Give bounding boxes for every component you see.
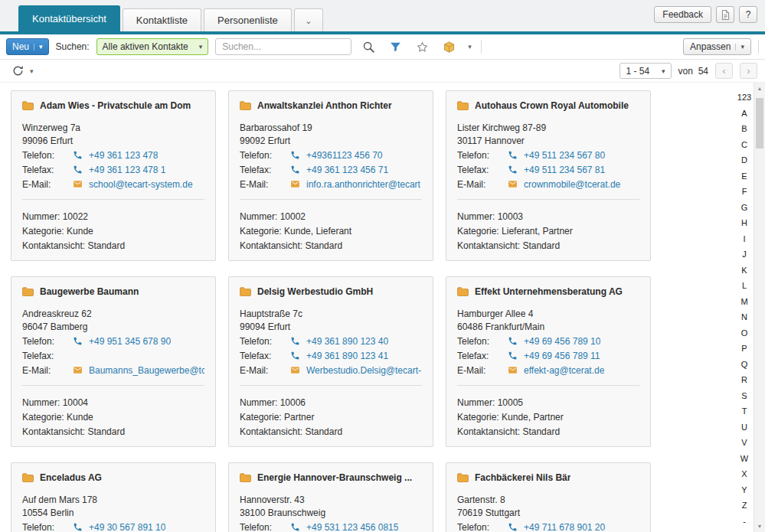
- contact-card[interactable]: Effekt Unternehmensberatung AG Hamburger…: [446, 276, 651, 447]
- fax-link[interactable]: +49 361 123 456 71: [306, 165, 388, 175]
- phone-link[interactable]: +49361123 456 70: [306, 150, 383, 161]
- alpha-index-item[interactable]: H: [741, 219, 747, 227]
- phone-link[interactable]: +49 951 345 678 90: [89, 336, 171, 347]
- card-title-row: Anwaltskanzlei Anthon Richter: [240, 100, 422, 111]
- fax-link[interactable]: +49 361 890 123 41: [306, 351, 388, 361]
- pagination-of-label: von 54: [678, 66, 708, 77]
- alpha-index-item[interactable]: K: [741, 266, 747, 275]
- alpha-index-item[interactable]: P: [741, 344, 747, 353]
- alpha-index-item[interactable]: X: [741, 470, 747, 478]
- contact-card[interactable]: Adam Wies - Privatschule am Dom Winzerwe…: [11, 90, 216, 261]
- feedback-button[interactable]: Feedback: [654, 6, 711, 23]
- alpha-index-item[interactable]: E: [741, 172, 747, 181]
- phone-link[interactable]: +49 361 123 478: [89, 150, 158, 161]
- export-button[interactable]: [439, 38, 459, 56]
- meta-line: Kontaktansicht: Standard: [240, 425, 422, 439]
- address-line: Winzerweg 7a: [22, 122, 204, 135]
- next-page-button[interactable]: ›: [740, 63, 757, 79]
- alpha-index-item[interactable]: O: [741, 329, 748, 338]
- alpha-index-item[interactable]: Z: [742, 501, 747, 510]
- meta-line: Kategorie: Kunde, Lieferant: [240, 224, 422, 239]
- email-link[interactable]: Werbestudio.Delsig@tecart-: [306, 365, 421, 376]
- search-button[interactable]: [358, 38, 378, 56]
- contact-card[interactable]: Energie Hannover-Braunschweig ... Hannov…: [228, 462, 433, 532]
- phone-link[interactable]: +49 711 678 901 20: [524, 522, 605, 532]
- tab-kontaktuebersicht[interactable]: Kontaktübersicht: [18, 5, 120, 31]
- phone-link[interactable]: +49 511 234 567 80: [524, 150, 605, 161]
- search-input[interactable]: [215, 38, 351, 55]
- meta-line: Kategorie: Kunde: [22, 224, 204, 239]
- alpha-index-item[interactable]: C: [741, 141, 747, 149]
- alpha-index-item[interactable]: M: [740, 298, 747, 306]
- page-range-select[interactable]: 1 - 54 ▾: [620, 63, 671, 79]
- meta-line: Kategorie: Kunde, Partner: [457, 410, 639, 425]
- contact-card[interactable]: Fachbäckerei Nils Bär Gartenstr. 8 70619…: [446, 462, 651, 532]
- contact-card[interactable]: Anwaltskanzlei Anthon Richter Barbarossa…: [228, 90, 433, 261]
- alpha-index-item[interactable]: Q: [741, 361, 748, 369]
- phone-link[interactable]: +49 531 123 456 0815: [306, 522, 398, 532]
- email-link[interactable]: info.ra.anthonrichter@tecart: [306, 179, 420, 190]
- alpha-index-item[interactable]: S: [741, 392, 747, 400]
- vertical-scrollbar[interactable]: ▲ ▼: [754, 83, 765, 532]
- scrollbar-thumb[interactable]: [756, 98, 763, 149]
- mail-icon: [290, 179, 306, 189]
- alpha-index-item[interactable]: N: [741, 313, 747, 321]
- alpha-index-item[interactable]: I: [743, 235, 745, 243]
- alpha-index-item[interactable]: L: [742, 282, 747, 290]
- scroll-down-icon[interactable]: ▼: [754, 521, 765, 532]
- field-label: Telefax:: [457, 351, 508, 361]
- fax-link[interactable]: +49 511 234 567 81: [524, 165, 605, 175]
- new-button[interactable]: Neu ▾: [6, 38, 49, 55]
- chevron-down-icon: ▾: [735, 44, 744, 51]
- tab-personenliste[interactable]: Personenliste: [204, 8, 292, 31]
- alpha-index-item[interactable]: B: [741, 125, 747, 133]
- phone-link[interactable]: +49 30 567 891 10: [89, 522, 165, 532]
- scroll-up-icon[interactable]: ▲: [754, 83, 765, 94]
- customize-button[interactable]: Anpassen ▾: [683, 38, 751, 55]
- address-line: Gartenstr. 8: [457, 494, 639, 507]
- contact-card[interactable]: Autohaus Crown Royal Automobile Lister K…: [446, 90, 651, 261]
- alpha-index-item[interactable]: -: [743, 517, 746, 526]
- email-link[interactable]: crownmobile@tcerat.de: [524, 179, 620, 190]
- email-link[interactable]: school@tecart-system.de: [89, 179, 193, 190]
- contact-card[interactable]: Enceladus AG Auf dem Mars 178 10554 Berl…: [11, 462, 216, 532]
- phone-link[interactable]: +49 69 456 789 10: [524, 336, 600, 347]
- card-title-row: Enceladus AG: [22, 472, 204, 483]
- notes-button[interactable]: [716, 6, 734, 23]
- alpha-index-item[interactable]: R: [741, 376, 747, 384]
- fax-link[interactable]: +49 69 456 789 11: [524, 351, 600, 361]
- email-link[interactable]: Baumanns_Baugewerbe@tce: [89, 365, 204, 376]
- contact-card[interactable]: Baugewerbe Baumann Andreaskreuz 62 96047…: [11, 276, 216, 447]
- contact-filter-select[interactable]: Alle aktiven Kontakte ▾: [96, 38, 209, 55]
- tab-kontaktliste[interactable]: Kontaktliste: [123, 8, 201, 31]
- alpha-index-item[interactable]: J: [742, 250, 747, 259]
- alpha-index-item[interactable]: A: [741, 109, 747, 118]
- favorites-button[interactable]: [412, 38, 432, 56]
- address-line: 70619 Stuttgart: [457, 507, 639, 520]
- refresh-dropdown-button[interactable]: ▾: [28, 67, 36, 75]
- email-link[interactable]: effekt-ag@tcerat.de: [524, 365, 604, 376]
- alpha-index-item[interactable]: 123: [737, 93, 751, 102]
- field-label: Telefax:: [22, 351, 73, 361]
- meta-line: Kontaktansicht: Standard: [240, 239, 422, 253]
- filter-button[interactable]: [385, 38, 405, 56]
- alpha-index-item[interactable]: D: [741, 156, 747, 165]
- fax-link[interactable]: +49 361 123 478 1: [89, 165, 165, 175]
- alpha-index-item[interactable]: Y: [741, 486, 747, 494]
- folder-icon: [240, 101, 251, 110]
- prev-page-button[interactable]: ‹: [715, 63, 733, 79]
- alpha-index-item[interactable]: G: [741, 204, 748, 212]
- alpha-index-item[interactable]: W: [740, 455, 748, 463]
- contact-card[interactable]: Delsig Werbestudio GmbH Hauptstraße 7c 9…: [228, 276, 433, 447]
- tab-more-button[interactable]: ⌄: [294, 8, 323, 31]
- alpha-index-item[interactable]: T: [742, 407, 747, 416]
- export-dropdown-button[interactable]: ▾: [466, 43, 474, 51]
- field-label: Telefon:: [240, 150, 290, 161]
- alpha-index-item[interactable]: V: [741, 439, 747, 447]
- alpha-index-item[interactable]: U: [741, 423, 747, 432]
- help-button[interactable]: ?: [739, 6, 757, 23]
- address-line: 99096 Erfurt: [22, 135, 204, 148]
- refresh-button[interactable]: [8, 62, 28, 80]
- phone-link[interactable]: +49 361 890 123 40: [306, 336, 388, 347]
- alpha-index-item[interactable]: F: [742, 188, 747, 196]
